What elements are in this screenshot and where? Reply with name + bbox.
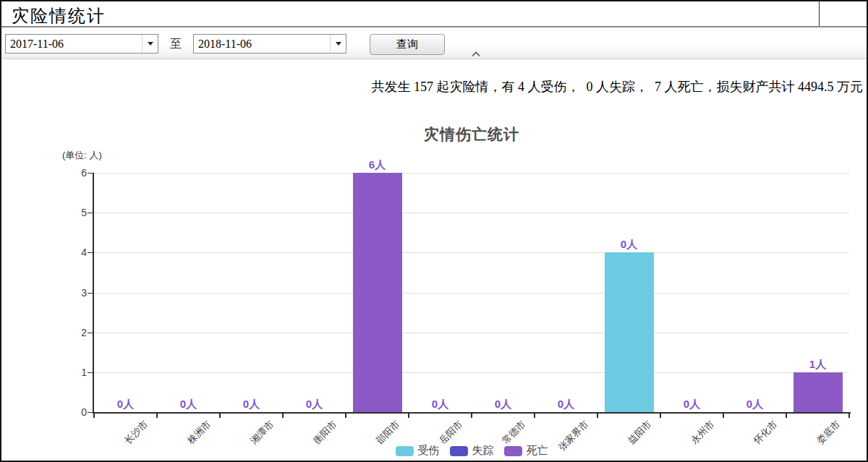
x-category-label-衡阳市: 衡阳市 xyxy=(310,418,339,447)
x-category-label-怀化市: 怀化市 xyxy=(751,418,780,447)
summary-bar: 共发生 157 起灾险情，有 4 人受伤， 0 人失踪， 7 人死亡，损失财产共… xyxy=(1,59,867,117)
x-category-label-株洲市: 株洲市 xyxy=(184,418,213,447)
x-tick-mark xyxy=(93,414,95,418)
grid-line xyxy=(94,213,849,213)
date-from-combobox[interactable]: 2017-11-06 xyxy=(5,34,158,54)
y-tick-label: 0 xyxy=(62,406,87,418)
y-tick-label: 3 xyxy=(62,287,87,299)
x-category-label-长沙市: 长沙市 xyxy=(122,418,150,447)
x-category-label-邵阳市: 邵阳市 xyxy=(373,418,402,447)
y-tick-label: 6 xyxy=(62,167,87,179)
x-tick-mark xyxy=(219,414,221,418)
legend-item-死亡[interactable]: 死亡 xyxy=(504,444,548,458)
bar-value-label: 0人 xyxy=(409,398,472,410)
date-to-value: 2018-11-06 xyxy=(194,38,330,51)
bar-value-label: 6人 xyxy=(346,158,409,171)
grid-line xyxy=(94,252,849,253)
bar-value-label: 0人 xyxy=(94,398,157,410)
bar-value-label: 0人 xyxy=(472,398,535,410)
titlebar-divider xyxy=(819,1,820,26)
bar-value-label: 0人 xyxy=(723,398,786,410)
x-tick-mark xyxy=(597,414,598,418)
x-category-label-岳阳市: 岳阳市 xyxy=(436,418,465,447)
collapse-panel-handle[interactable] xyxy=(467,51,485,58)
chart-legend: 受伤失踪死亡 xyxy=(94,444,849,458)
legend-label: 死亡 xyxy=(527,444,548,458)
x-category-label-益阳市: 益阳市 xyxy=(625,418,654,447)
bar-value-label: 0人 xyxy=(220,398,283,410)
bar-受伤-益阳市[interactable] xyxy=(605,252,654,412)
y-axis-unit-label: (单位: 人) xyxy=(62,149,102,162)
x-tick-mark xyxy=(786,414,787,418)
x-tick-mark xyxy=(156,414,158,418)
y-tick-label: 4 xyxy=(62,247,87,258)
x-tick-mark xyxy=(471,414,472,418)
legend-label: 失踪 xyxy=(472,444,494,458)
dropdown-arrow-icon xyxy=(336,42,341,46)
page-title: 灾险情统计 xyxy=(12,4,106,27)
x-tick-mark xyxy=(848,414,850,418)
y-tick-mark xyxy=(88,412,93,413)
x-tick-mark xyxy=(660,414,661,418)
legend-item-失踪[interactable]: 失踪 xyxy=(450,444,494,458)
query-toolbar: 2017-11-06 至 2018-11-06 查询 xyxy=(1,27,867,59)
x-category-label-湘潭市: 湘潭市 xyxy=(247,418,276,447)
bar-value-label: 1人 xyxy=(786,358,849,370)
legend-swatch-受伤 xyxy=(396,446,414,456)
bar-value-label: 0人 xyxy=(283,398,346,410)
bar-value-label: 0人 xyxy=(597,238,660,250)
app-window: 灾险情统计 2017-11-06 至 2018-11-06 查询 共发生 157… xyxy=(0,0,868,462)
x-category-label-娄底市: 娄底市 xyxy=(814,418,843,447)
y-tick-label: 1 xyxy=(62,367,87,378)
date-to-dropdown-button[interactable] xyxy=(330,35,346,53)
date-from-value: 2017-11-06 xyxy=(6,38,142,51)
summary-text: 共发生 157 起灾险情，有 4 人受伤， 0 人失踪， 7 人死亡，损失财产共… xyxy=(372,80,864,94)
y-tick-label: 5 xyxy=(62,207,87,218)
bar-value-label: 0人 xyxy=(535,398,597,410)
x-tick-mark xyxy=(534,414,535,418)
grid-line xyxy=(94,293,849,294)
bar-死亡-邵阳市[interactable] xyxy=(353,173,402,412)
x-tick-mark xyxy=(723,414,724,418)
bar-死亡-娄底市[interactable] xyxy=(793,372,843,412)
legend-swatch-死亡 xyxy=(504,446,522,456)
query-button[interactable]: 查询 xyxy=(370,34,445,55)
title-bar: 灾险情统计 xyxy=(1,1,867,27)
legend-swatch-失踪 xyxy=(450,446,468,456)
grid-line xyxy=(94,372,849,373)
x-tick-mark xyxy=(345,414,346,418)
x-tick-mark xyxy=(282,414,284,418)
date-from-dropdown-button[interactable] xyxy=(142,35,158,53)
y-tick-mark xyxy=(88,372,93,373)
bar-value-label: 0人 xyxy=(157,398,220,410)
grid-line xyxy=(94,333,849,333)
y-tick-mark xyxy=(88,333,93,333)
date-to-combobox[interactable]: 2018-11-06 xyxy=(193,34,346,54)
y-tick-mark xyxy=(88,293,93,294)
chevron-up-icon xyxy=(472,51,480,57)
y-tick-mark xyxy=(88,213,93,213)
x-category-label-常德市: 常德市 xyxy=(499,418,528,447)
y-tick-mark xyxy=(88,173,93,174)
y-tick-label: 2 xyxy=(62,327,87,338)
grid-line xyxy=(94,173,849,174)
dropdown-arrow-icon xyxy=(148,42,153,46)
to-label: 至 xyxy=(170,34,182,54)
legend-item-受伤[interactable]: 受伤 xyxy=(396,444,440,458)
y-tick-mark xyxy=(88,252,93,253)
x-category-label-永州市: 永州市 xyxy=(688,418,717,447)
casualty-chart: 灾情伤亡统计 (单位: 人) 0人0人0人0人6人0人0人0人0人0人0人1人 … xyxy=(1,117,867,460)
chart-title: 灾情伤亡统计 xyxy=(94,124,849,145)
x-tick-mark xyxy=(408,414,409,418)
plot-area: 0人0人0人0人6人0人0人0人0人0人0人1人 xyxy=(94,173,849,412)
legend-label: 受伤 xyxy=(418,444,440,458)
bar-value-label: 0人 xyxy=(660,398,723,410)
